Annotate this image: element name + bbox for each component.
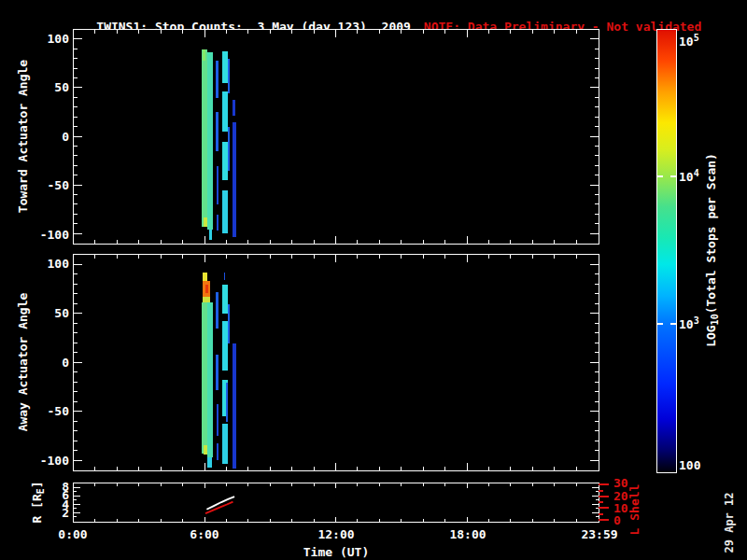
spectro-stripe bbox=[228, 127, 230, 171]
x-tick-mark bbox=[94, 255, 95, 259]
y-tick-mark bbox=[74, 332, 78, 333]
y-tick-mark bbox=[74, 499, 77, 500]
x-tick-label: 6:00 bbox=[175, 527, 234, 541]
y-tick-mark bbox=[74, 264, 82, 265]
x-tick-mark bbox=[335, 236, 336, 244]
x-tick-mark bbox=[204, 30, 205, 37]
x-tick-mark bbox=[226, 255, 227, 259]
x-tick-mark bbox=[138, 240, 139, 244]
y-tick-mark bbox=[595, 430, 599, 431]
x-tick-mark bbox=[138, 467, 139, 470]
x-tick-mark bbox=[247, 519, 248, 522]
x-tick-label: 23:59 bbox=[570, 527, 629, 541]
y-tick-mark bbox=[590, 362, 599, 363]
spectro-stripe bbox=[217, 443, 218, 461]
y-tick-mark bbox=[74, 421, 78, 422]
x-tick-mark bbox=[161, 483, 162, 486]
x-tick-mark bbox=[291, 483, 292, 486]
x-tick-mark bbox=[488, 467, 489, 470]
y-tick-mark bbox=[74, 508, 77, 509]
colorbar-tick-mark bbox=[657, 323, 663, 325]
y-tick-mark bbox=[595, 126, 599, 127]
y-tick-mark bbox=[595, 68, 599, 69]
x-tick-mark bbox=[532, 519, 533, 522]
y-tick-mark bbox=[74, 460, 82, 461]
x-tick-mark bbox=[423, 519, 424, 522]
x-tick-mark bbox=[467, 30, 468, 37]
y-tick-mark bbox=[590, 136, 599, 137]
x-tick-mark bbox=[423, 483, 424, 486]
x-tick-mark bbox=[291, 30, 292, 34]
x-tick-mark bbox=[270, 30, 271, 34]
y-tick-mark bbox=[74, 313, 82, 314]
x-tick-mark bbox=[138, 483, 139, 486]
y-tick-mark bbox=[74, 194, 78, 195]
y-tick-mark bbox=[74, 441, 78, 441]
y-tick-mark bbox=[590, 411, 599, 412]
x-tick-mark bbox=[314, 30, 315, 34]
y-tick-mark bbox=[74, 155, 78, 156]
y-tick-mark bbox=[595, 155, 599, 156]
y-tick-mark bbox=[74, 371, 78, 372]
x-tick-mark bbox=[335, 483, 336, 488]
y-tick-mark bbox=[74, 284, 78, 285]
x-tick-mark bbox=[335, 517, 336, 522]
colorbar-tick-label: 105 bbox=[679, 33, 699, 49]
y-tick-mark bbox=[595, 450, 599, 451]
y-tick-mark bbox=[74, 273, 78, 274]
colorbar-tick-label: 100 bbox=[679, 458, 700, 472]
x-tick-mark bbox=[532, 240, 533, 244]
x-tick-mark bbox=[576, 467, 577, 470]
y-tick-mark bbox=[74, 293, 78, 294]
y-tick-mark bbox=[74, 391, 78, 392]
y-tick-mark bbox=[74, 233, 82, 234]
colorbar-tick-label: 103 bbox=[679, 315, 699, 331]
x-tick-mark bbox=[94, 483, 95, 486]
y-tick-mark bbox=[595, 106, 599, 107]
y-tick-mark bbox=[595, 323, 599, 324]
x-tick-mark bbox=[532, 467, 533, 470]
x-tick-mark bbox=[182, 519, 183, 522]
x-tick-mark bbox=[291, 519, 292, 522]
y-tick-mark bbox=[74, 430, 78, 431]
x-tick-mark bbox=[335, 255, 336, 262]
x-tick-mark bbox=[204, 483, 205, 488]
y-tick-mark bbox=[74, 496, 80, 497]
x-tick-mark bbox=[247, 30, 248, 34]
x-tick-mark bbox=[314, 255, 315, 259]
y-tick-mark bbox=[595, 382, 599, 383]
x-tick-mark bbox=[357, 30, 358, 34]
y-tick-mark bbox=[595, 293, 599, 294]
spectro-stripe bbox=[228, 59, 230, 92]
y-tick-mark bbox=[74, 303, 78, 304]
y-tick-mark bbox=[74, 38, 82, 39]
x-tick-mark bbox=[423, 30, 424, 34]
y-tick-mark bbox=[590, 313, 599, 314]
x-tick-mark bbox=[444, 30, 445, 34]
x-tick-mark bbox=[270, 255, 271, 259]
x-tick-mark bbox=[182, 30, 183, 34]
x-tick-mark bbox=[444, 240, 445, 244]
x-tick-mark bbox=[314, 467, 315, 470]
x-tick-mark bbox=[204, 463, 205, 470]
y-tick-mark bbox=[592, 504, 599, 505]
spectro-stripe bbox=[217, 166, 218, 205]
x-tick-mark bbox=[270, 240, 271, 244]
x-tick-mark bbox=[117, 519, 118, 522]
y-tick-mark bbox=[595, 165, 599, 166]
spectro-stripe bbox=[216, 355, 218, 390]
spectro-stripe bbox=[228, 304, 230, 343]
y-tick-mark bbox=[595, 97, 599, 98]
spectro-stripe bbox=[224, 273, 226, 280]
y-tick-mark bbox=[74, 58, 78, 59]
y-tick-mark bbox=[74, 185, 82, 186]
y-tick-mark bbox=[590, 460, 599, 461]
spectro-stripe bbox=[222, 91, 228, 133]
y-tick-mark bbox=[74, 504, 80, 505]
x-tick-mark bbox=[314, 240, 315, 244]
y-tick-mark bbox=[595, 371, 599, 372]
spectro-stripe bbox=[233, 100, 235, 116]
lshell-tick-mark bbox=[599, 490, 603, 492]
x-tick-mark bbox=[226, 519, 227, 522]
x-tick-mark bbox=[510, 519, 511, 522]
